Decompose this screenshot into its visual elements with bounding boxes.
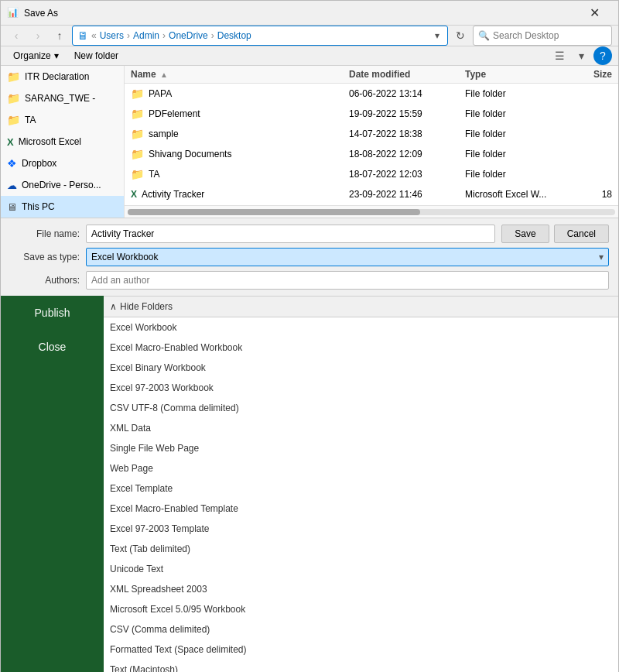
address-onedrive[interactable]: OneDrive — [169, 30, 208, 41]
dropdown-item-excel-97-2003-template[interactable]: Excel 97-2003 Template — [104, 519, 618, 539]
sidebar-label: OneDrive - Perso... — [22, 180, 101, 190]
dropdown-item-excel-template[interactable]: Excel Template — [104, 478, 618, 499]
sidebar-item-this-pc[interactable]: 🖥 This PC — [1, 196, 124, 218]
bottom-section: Publish Close Account Feedback — [1, 296, 618, 672]
dropdown-item-formatted-text[interactable]: Formatted Text (Space delimited) — [104, 639, 618, 660]
address-bar[interactable]: 🖥 « Users › Admin › OneDrive › Desktop ▾ — [72, 26, 448, 46]
sidebar-label: SARANG_TWE - — [25, 93, 95, 104]
authors-label: Authors: — [10, 275, 80, 286]
organize-arrow: ▾ — [54, 50, 59, 61]
dropdown-item-ms-excel-50[interactable]: Microsoft Excel 5.0/95 Workbook — [104, 599, 618, 619]
back-button[interactable]: ‹ — [7, 26, 26, 45]
file-row[interactable]: XActivity Tracker 23-09-2022 11:46 Micro… — [125, 184, 618, 204]
onedrive-icon: ☁ — [7, 180, 17, 191]
organize-label: Organize — [13, 50, 51, 61]
hide-folders-label: Hide Folders — [120, 301, 173, 312]
saveastype-dropdown[interactable]: Excel Workbook ▾ — [86, 248, 609, 266]
file-row[interactable]: 📁PAPA 06-06-2022 13:14 File folder — [125, 84, 618, 104]
sidebar-item-itr-declaration[interactable]: 📁 ITR Declaration — [1, 66, 124, 87]
dropdown-item-excel-97-2003[interactable]: Excel 97-2003 Workbook — [104, 378, 618, 398]
filename-label: File name: — [10, 228, 80, 239]
dropdown-item-excel-binary-workbook[interactable]: Excel Binary Workbook — [104, 358, 618, 378]
folder-icon: 📁 — [131, 128, 144, 140]
col-size-header[interactable]: Size — [573, 69, 612, 80]
refresh-button[interactable]: ↻ — [451, 26, 470, 46]
file-row[interactable]: 📁PDFelement 19-09-2022 15:59 File folder — [125, 104, 618, 124]
cancel-button[interactable]: Cancel — [554, 225, 609, 243]
dropdown-item-excel-macro-template[interactable]: Excel Macro-Enabled Template — [104, 499, 618, 519]
file-row[interactable]: 📁Shivang Documents 18-08-2022 12:09 File… — [125, 144, 618, 164]
filename-input[interactable] — [86, 225, 495, 243]
dropdown-item-single-file-web[interactable]: Single File Web Page — [104, 438, 618, 458]
up-button[interactable]: ↑ — [50, 26, 69, 45]
dropdown-item-text-mac[interactable]: Text (Macintosh) — [104, 660, 618, 672]
folder-icon: 📁 — [7, 114, 20, 126]
excel-icon: X — [7, 136, 14, 148]
forward-button[interactable]: › — [29, 26, 47, 45]
nav-item-publish[interactable]: Publish — [1, 296, 104, 330]
dropdown-item-excel-workbook[interactable]: Excel Workbook — [104, 317, 618, 338]
search-box[interactable]: 🔍 — [473, 26, 612, 46]
nav-bar: ‹ › ↑ 🖥 « Users › Admin › OneDrive › Des… — [1, 26, 618, 46]
dropdown-item-excel-macro-workbook[interactable]: Excel Macro-Enabled Workbook — [104, 338, 618, 358]
sidebar-label: Dropbox — [22, 158, 56, 169]
view-menu-button[interactable]: ☰ — [550, 46, 569, 65]
filename-row: File name: Save Cancel — [10, 225, 609, 243]
col-date-header[interactable]: Date modified — [349, 69, 465, 80]
sidebar-item-sarang[interactable]: 📁 SARANG_TWE - — [1, 87, 124, 109]
hide-folders-button[interactable]: ∧ Hide Folders — [104, 296, 618, 317]
address-desktop[interactable]: Desktop — [217, 30, 251, 41]
dropdown-item-xml-data[interactable]: XML Data — [104, 418, 618, 438]
dropbox-icon: ❖ — [7, 157, 17, 170]
file-list: 📁PAPA 06-06-2022 13:14 File folder 📁PDFe… — [125, 84, 618, 205]
excel-icon: X — [131, 189, 137, 200]
sidebar-item-microsoft-excel[interactable]: X Microsoft Excel — [1, 131, 124, 153]
file-row[interactable]: 📁sample 14-07-2022 18:38 File folder — [125, 124, 618, 144]
left-nav: Publish Close Account Feedback — [1, 296, 104, 672]
title-bar: 📊 Save As ✕ — [1, 1, 618, 26]
address-dropdown-arrow[interactable]: ▾ — [432, 29, 443, 43]
saveastype-label: Save as type: — [10, 252, 80, 262]
folder-icon: 📁 — [7, 92, 20, 105]
dropdown-item-csv-utf8[interactable]: CSV UTF-8 (Comma delimited) — [104, 398, 618, 418]
saveastype-row: Save as type: Excel Workbook ▾ — [10, 248, 609, 266]
new-folder-button[interactable]: New folder — [68, 46, 125, 65]
new-folder-label: New folder — [74, 50, 118, 61]
dropdown-item-text-tab[interactable]: Text (Tab delimited) — [104, 539, 618, 559]
toolbar: Organize ▾ New folder ☰ ▾ ? — [1, 46, 618, 66]
dropdown-item-web-page[interactable]: Web Page — [104, 458, 618, 478]
folder-icon: 📁 — [7, 70, 20, 83]
main-layout: 📁 ITR Declaration 📁 SARANG_TWE - 📁 TA X … — [1, 66, 618, 218]
save-button[interactable]: Save — [501, 225, 549, 243]
dialog-title: Save As — [24, 8, 576, 19]
lower-area: File name: Save Cancel Save as type: Exc… — [1, 218, 618, 672]
view-dropdown-button[interactable]: ▾ — [572, 46, 590, 65]
close-button[interactable]: ✕ — [576, 1, 612, 26]
dropdown-item-xml-spreadsheet[interactable]: XML Spreadsheet 2003 — [104, 579, 618, 599]
folder-icon: 📁 — [131, 108, 144, 120]
help-button[interactable]: ? — [593, 46, 612, 65]
sidebar-item-dropbox[interactable]: ❖ Dropbox — [1, 153, 124, 174]
folder-icon: 📁 — [131, 87, 144, 100]
authors-row: Authors: — [10, 271, 609, 290]
scrollbar-track[interactable] — [128, 209, 615, 215]
nav-item-close[interactable]: Close — [1, 330, 104, 364]
address-admin[interactable]: Admin — [133, 30, 159, 41]
left-nav-top: Publish Close — [1, 296, 104, 672]
horizontal-scrollbar[interactable] — [125, 205, 618, 218]
pc-icon: 🖥 — [7, 201, 17, 213]
sidebar-item-ta[interactable]: 📁 TA — [1, 109, 124, 131]
dropdown-item-csv-comma[interactable]: CSV (Comma delimited) — [104, 619, 618, 639]
file-row[interactable]: 📁TA 18-07-2022 12:03 File folder — [125, 164, 618, 184]
col-name-header[interactable]: Name ▲ — [131, 69, 349, 80]
search-input[interactable] — [493, 30, 607, 41]
dropdown-item-unicode-text[interactable]: Unicode Text — [104, 559, 618, 579]
address-users[interactable]: Users — [100, 30, 124, 41]
authors-input[interactable] — [86, 271, 609, 290]
right-lower: ∧ Hide Folders Excel Workbook Excel Macr… — [104, 296, 618, 672]
scrollbar-thumb[interactable] — [128, 209, 420, 215]
sidebar-label: This PC — [22, 201, 55, 212]
organize-button[interactable]: Organize ▾ — [7, 46, 65, 65]
sidebar-item-onedrive[interactable]: ☁ OneDrive - Perso... — [1, 174, 124, 196]
col-type-header[interactable]: Type — [465, 69, 573, 80]
